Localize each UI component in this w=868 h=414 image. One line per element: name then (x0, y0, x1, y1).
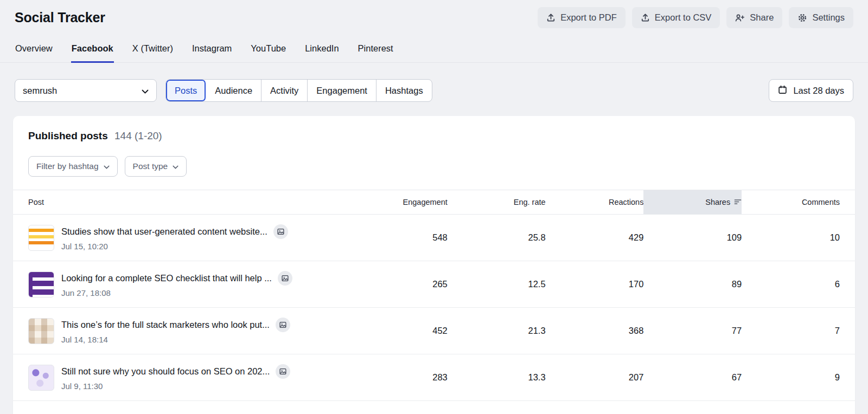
chevron-down-icon (173, 161, 178, 171)
segment-audience[interactable]: Audience (206, 80, 261, 101)
post-text: Still not sure why you should focus on S… (61, 364, 290, 391)
export-csv-button[interactable]: Export to CSV (632, 7, 720, 28)
filter-by-hashtag-label: Filter by hashtag (36, 161, 99, 171)
comments-value: 6 (742, 279, 840, 289)
eng-rate-value: 12.5 (448, 279, 546, 289)
tab-instagram[interactable]: Instagram (192, 38, 232, 63)
post-text: Looking for a complete SEO checklist tha… (61, 271, 292, 297)
export-icon (546, 13, 556, 22)
export-icon (641, 13, 650, 22)
tab-linkedin[interactable]: LinkedIn (304, 38, 339, 63)
post-date: Jul 9, 11:30 (61, 381, 290, 391)
tab-x-twitter[interactable]: X (Twitter) (132, 38, 174, 63)
column-header-engagement[interactable]: Engagement (349, 190, 448, 214)
post-title-link[interactable]: Studies show that user-generated content… (61, 227, 267, 237)
comments-value: 9 (742, 372, 840, 383)
controls-row: semrush Posts Audience Activity Engageme… (0, 63, 868, 116)
post-thumbnail[interactable] (28, 365, 54, 391)
post-thumbnail[interactable] (28, 225, 54, 251)
reactions-value: 429 (546, 232, 644, 243)
profile-select[interactable]: semrush (15, 79, 157, 102)
column-header-reactions[interactable]: Reactions (546, 190, 644, 214)
posts-count: 144 (1-20) (114, 130, 162, 141)
shares-value: 77 (643, 326, 742, 336)
sort-descending-icon (734, 198, 742, 206)
tab-pinterest[interactable]: Pinterest (358, 38, 394, 63)
export-pdf-button[interactable]: Export to PDF (538, 7, 626, 28)
share-button[interactable]: Share (726, 7, 782, 28)
profile-select-value: semrush (23, 86, 57, 96)
engagement-value: 452 (349, 326, 448, 336)
card-title: Published posts (28, 130, 108, 141)
gear-icon (797, 13, 807, 23)
export-pdf-label: Export to PDF (560, 12, 617, 23)
image-media-icon (278, 271, 292, 286)
image-media-icon (273, 224, 288, 239)
column-header-shares[interactable]: Shares (643, 190, 742, 214)
calendar-icon (778, 85, 787, 96)
page-title: Social Tracker (15, 10, 105, 25)
table-row: This one’s for the full stack marketers … (13, 308, 855, 354)
shares-value: 67 (643, 372, 742, 383)
post-title-link[interactable]: This one’s for the full stack marketers … (61, 320, 270, 330)
post-text: Studies show that user-generated content… (61, 224, 288, 251)
shares-header-label: Shares (705, 198, 730, 206)
report-segments: Posts Audience Activity Engagement Hasht… (165, 79, 432, 102)
chevron-down-icon (142, 86, 149, 96)
table-row: Still not sure why you should focus on S… (13, 354, 855, 401)
segment-hashtags[interactable]: Hashtags (376, 80, 432, 101)
post-date: Jul 15, 10:20 (61, 242, 288, 251)
tab-facebook[interactable]: Facebook (71, 38, 114, 63)
settings-button[interactable]: Settings (789, 7, 853, 28)
top-bar-actions: Export to PDF Export to CSV Share Settin… (538, 7, 853, 28)
table-header-row: Post Engagement Eng. rate Reactions Shar… (13, 190, 855, 215)
engagement-value: 283 (349, 372, 448, 383)
comments-value: 7 (742, 326, 840, 336)
date-range-label: Last 28 days (793, 86, 844, 96)
top-bar: Social Tracker Export to PDF Export to C… (0, 0, 868, 34)
chevron-down-icon (104, 161, 110, 171)
post-type-label: Post type (133, 161, 168, 171)
segment-posts[interactable]: Posts (166, 80, 206, 101)
post-thumbnail[interactable] (28, 271, 54, 297)
engagement-value: 265 (349, 279, 448, 289)
post-title-link[interactable]: Looking for a complete SEO checklist tha… (61, 273, 272, 283)
share-label: Share (750, 12, 774, 23)
export-csv-label: Export to CSV (655, 12, 712, 23)
reactions-value: 368 (546, 326, 644, 336)
eng-rate-value: 25.8 (448, 232, 546, 243)
comments-value: 10 (742, 232, 840, 243)
social-tracker-page: Social Tracker Export to PDF Export to C… (0, 0, 868, 414)
post-cell: Studies show that user-generated content… (28, 224, 349, 251)
tab-overview[interactable]: Overview (15, 38, 53, 63)
table-row: Looking for a complete SEO checklist tha… (13, 261, 855, 308)
column-header-eng-rate[interactable]: Eng. rate (448, 190, 546, 214)
post-cell: Looking for a complete SEO checklist tha… (28, 271, 349, 297)
eng-rate-value: 21.3 (448, 326, 546, 336)
shares-value: 109 (643, 232, 742, 243)
post-date: Jun 27, 18:08 (61, 288, 292, 297)
post-thumbnail[interactable] (28, 318, 54, 344)
date-range-button[interactable]: Last 28 days (769, 79, 853, 102)
segment-activity[interactable]: Activity (261, 80, 308, 101)
reactions-value: 207 (546, 372, 644, 383)
published-posts-card: Published posts 144 (1-20) Filter by has… (13, 116, 855, 414)
eng-rate-value: 13.3 (448, 372, 546, 383)
filter-by-hashtag-dropdown[interactable]: Filter by hashtag (28, 156, 118, 177)
table-row: Studies show that user-generated content… (13, 215, 855, 261)
column-header-comments[interactable]: Comments (742, 190, 840, 214)
column-header-post: Post (28, 190, 349, 214)
engagement-value: 548 (349, 232, 448, 243)
post-date: Jul 14, 18:14 (61, 335, 290, 344)
post-type-dropdown[interactable]: Post type (125, 156, 187, 177)
share-user-plus-icon (735, 14, 745, 22)
image-media-icon (276, 318, 290, 332)
post-text: This one’s for the full stack marketers … (61, 318, 290, 344)
post-cell: Still not sure why you should focus on S… (28, 364, 349, 391)
image-media-icon (276, 364, 290, 379)
post-title-link[interactable]: Still not sure why you should focus on S… (61, 366, 270, 377)
tab-youtube[interactable]: YouTube (250, 38, 286, 63)
shares-value: 89 (643, 279, 742, 289)
segment-engagement[interactable]: Engagement (308, 80, 376, 101)
channel-tabs: Overview Facebook X (Twitter) Instagram … (0, 34, 868, 63)
